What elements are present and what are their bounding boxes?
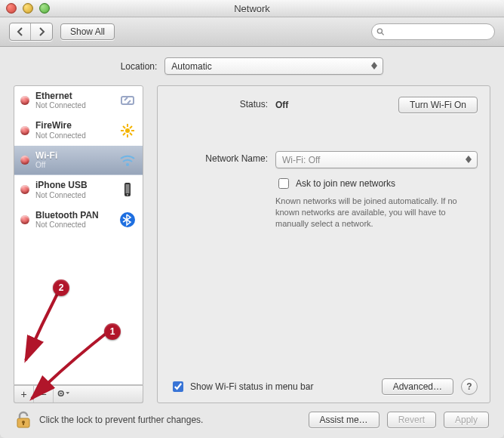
- window-controls: [6, 3, 50, 14]
- service-name: Ethernet: [35, 91, 112, 101]
- revert-button[interactable]: Revert: [387, 412, 436, 428]
- service-item-bluetooth-pan[interactable]: Bluetooth PANNot Connected: [14, 205, 143, 235]
- service-list[interactable]: EthernetNot ConnectedFireWireNot Connect…: [14, 85, 143, 385]
- network-name-row: Network Name: Wi-Fi: Off: [170, 151, 478, 168]
- help-button[interactable]: ?: [461, 378, 478, 395]
- gear-icon: [57, 388, 70, 400]
- service-name: Bluetooth PAN: [35, 210, 112, 221]
- status-row: Status: Off Turn Wi-Fi On: [170, 97, 478, 113]
- zoom-window-button[interactable]: [39, 3, 50, 14]
- ethernet-icon: [118, 91, 137, 110]
- service-name: iPhone USB: [35, 180, 112, 190]
- show-all-button[interactable]: Show All: [60, 23, 115, 40]
- popup-arrows-icon: [463, 153, 474, 166]
- status-dot-icon: [20, 96, 29, 105]
- chevron-left-icon: [17, 27, 23, 36]
- service-item-iphone-usb[interactable]: iPhone USBNot Connected: [14, 175, 143, 205]
- status-dot-icon: [20, 156, 29, 165]
- add-service-button[interactable]: +: [14, 386, 34, 403]
- forward-button[interactable]: [31, 23, 52, 40]
- location-row: Location: Automatic: [14, 57, 490, 75]
- ask-join-text: Ask to join new networks: [296, 178, 395, 189]
- ask-join-help-text: Known networks will be joined automatica…: [275, 196, 478, 230]
- service-labels: Wi-FiOff: [35, 150, 112, 170]
- iphone-icon: [118, 180, 137, 199]
- service-status: Not Connected: [35, 221, 112, 230]
- service-item-wi-fi[interactable]: Wi-FiOff: [14, 146, 143, 175]
- service-labels: iPhone USBNot Connected: [35, 180, 112, 199]
- show-menu-checkbox[interactable]: [173, 381, 183, 392]
- service-labels: EthernetNot Connected: [35, 91, 112, 110]
- search-field[interactable]: [371, 23, 495, 40]
- detail-bottom-row: Show Wi-Fi status in menu bar Advanced… …: [170, 371, 478, 395]
- remove-service-button[interactable]: −: [34, 386, 54, 403]
- wifi-toggle-button[interactable]: Turn Wi-Fi On: [398, 97, 478, 113]
- service-item-firewire[interactable]: FireWireNot Connected: [14, 116, 143, 145]
- service-list-toolbar: + −: [14, 385, 143, 403]
- status-label: Status:: [170, 97, 275, 110]
- service-name: FireWire: [35, 120, 112, 131]
- svg-rect-13: [23, 422, 24, 425]
- footer: Click the lock to prevent further change…: [14, 403, 490, 432]
- service-status: Not Connected: [35, 131, 112, 140]
- firewire-icon: [118, 122, 137, 140]
- network-name-popup[interactable]: Wi-Fi: Off: [275, 151, 478, 168]
- apply-button[interactable]: Apply: [444, 412, 489, 428]
- nav-segment: [9, 23, 53, 41]
- action-service-button[interactable]: [54, 386, 73, 403]
- lock-button[interactable]: [15, 411, 32, 429]
- show-menu-text: Show Wi-Fi status in menu bar: [190, 381, 313, 392]
- lock-icon: [15, 411, 32, 429]
- advanced-button[interactable]: Advanced…: [382, 378, 453, 395]
- panes: EthernetNot ConnectedFireWireNot Connect…: [14, 85, 490, 403]
- lock-text: Click the lock to prevent further change…: [39, 415, 203, 425]
- popup-arrows-icon: [369, 59, 380, 72]
- window-title: Network: [234, 3, 270, 14]
- show-menu-checkbox-label[interactable]: Show Wi-Fi status in menu bar: [170, 379, 313, 394]
- location-label: Location:: [121, 61, 158, 72]
- content-area: Location: Automatic EthernetNot Connecte…: [0, 47, 504, 438]
- chevron-right-icon: [38, 27, 45, 36]
- minus-icon: −: [40, 388, 46, 400]
- service-sidebar: EthernetNot ConnectedFireWireNot Connect…: [14, 85, 143, 403]
- annotation-badge-2: 2: [53, 279, 69, 296]
- svg-point-4: [126, 163, 129, 166]
- ask-join-row: Ask to join new networks Known networks …: [170, 176, 478, 230]
- ask-join-checkbox-label[interactable]: Ask to join new networks: [275, 176, 395, 191]
- minimize-window-button[interactable]: [23, 3, 33, 14]
- service-labels: Bluetooth PANNot Connected: [35, 210, 112, 230]
- service-status: Off: [35, 161, 112, 170]
- svg-point-10: [60, 393, 62, 394]
- network-name-label: Network Name:: [170, 151, 275, 164]
- svg-point-7: [127, 194, 128, 196]
- svg-rect-6: [126, 184, 130, 193]
- detail-pane: Status: Off Turn Wi-Fi On Network Name: …: [157, 85, 490, 403]
- annotation-badge-1: 1: [104, 323, 121, 340]
- status-dot-icon: [20, 185, 29, 194]
- toolbar: Show All: [0, 17, 504, 47]
- status-dot-icon: [20, 126, 29, 135]
- search-input[interactable]: [388, 26, 490, 38]
- location-value: Automatic: [171, 61, 211, 72]
- back-button[interactable]: [10, 23, 31, 40]
- status-value: Off: [275, 100, 288, 110]
- service-status: Not Connected: [35, 191, 112, 200]
- svg-line-1: [382, 33, 384, 35]
- ask-join-checkbox[interactable]: [278, 178, 289, 189]
- network-preferences-window: Network Show All Location: Automatic: [0, 0, 504, 438]
- network-name-value: Wi-Fi: Off: [282, 155, 320, 165]
- service-name: Wi-Fi: [35, 150, 112, 161]
- search-icon: [376, 27, 385, 36]
- close-window-button[interactable]: [6, 3, 17, 14]
- location-popup[interactable]: Automatic: [164, 57, 383, 75]
- service-item-ethernet[interactable]: EthernetNot Connected: [14, 86, 143, 116]
- assist-button[interactable]: Assist me…: [309, 412, 380, 428]
- help-icon: ?: [466, 381, 472, 392]
- status-dot-icon: [20, 215, 29, 224]
- svg-point-0: [377, 29, 382, 33]
- svg-point-3: [125, 128, 130, 133]
- bluetooth-icon: [118, 211, 137, 229]
- plus-icon: +: [20, 388, 26, 400]
- wifi-icon: [118, 151, 137, 169]
- service-status: Not Connected: [35, 101, 112, 110]
